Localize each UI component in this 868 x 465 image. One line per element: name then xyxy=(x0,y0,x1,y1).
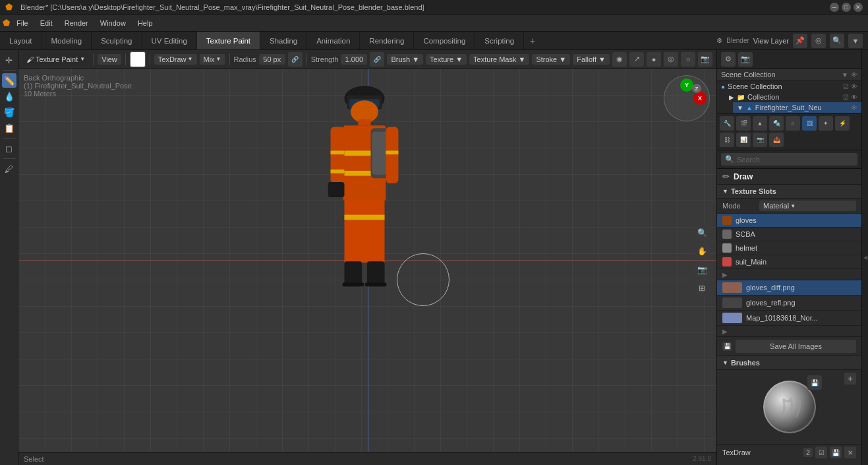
prop-scene-btn[interactable]: 🎬 xyxy=(736,116,751,131)
texture-slots-header[interactable]: ▼ Texture Slots xyxy=(717,185,861,199)
outliner-visibility-btn[interactable]: 👁 xyxy=(851,71,857,78)
prop-output-btn[interactable]: 📤 xyxy=(769,133,784,147)
prop-texture-btn[interactable]: 🖼 xyxy=(802,116,817,131)
radius-lock-icon[interactable]: 🔗 xyxy=(288,52,303,67)
image-slot-gloves-diff[interactable]: gloves_diff.png xyxy=(717,280,861,295)
properties-settings-btn[interactable]: ⚙ xyxy=(721,52,736,67)
texture-slot-gloves[interactable]: gloves xyxy=(717,214,861,228)
tab-texture-paint[interactable]: Texture Paint xyxy=(197,32,260,49)
tab-compositing[interactable]: Compositing xyxy=(414,32,475,49)
texture-slot-helmet[interactable]: helmet xyxy=(717,241,861,255)
mode-indicator[interactable]: 🖌 Texture Paint ▼ xyxy=(22,54,89,65)
minimize-button[interactable]: ─ xyxy=(830,3,839,12)
texture-slot-suit[interactable]: suit_Main xyxy=(717,255,861,269)
search-header-button[interactable]: 🔍 xyxy=(830,34,844,48)
strength-lock-icon[interactable]: 🔗 xyxy=(370,52,384,67)
draw-tool[interactable]: ✏️ xyxy=(2,73,16,88)
eyedropper-tool[interactable]: 💧 xyxy=(2,89,16,104)
brush-name-button[interactable]: TexDraw ▼ xyxy=(154,54,197,65)
prop-render-btn[interactable]: 📷 xyxy=(753,133,767,147)
overlay-button[interactable]: ◎ xyxy=(811,34,826,48)
brush-action-x[interactable]: ✕ xyxy=(844,447,856,458)
tab-uv-editing[interactable]: UV Editing xyxy=(142,32,197,49)
prop-physics-btn[interactable]: ⚡ xyxy=(835,116,850,131)
brush-action-shield[interactable]: ☑ xyxy=(815,447,827,458)
eraser-tool[interactable]: ◻ xyxy=(2,141,16,156)
gizmo-y-axis[interactable]: Y xyxy=(680,78,693,92)
pin-button[interactable]: 📌 xyxy=(793,34,807,48)
texture-mask-button[interactable]: Texture Mask ▼ xyxy=(469,54,529,65)
menu-file[interactable]: File xyxy=(11,18,34,28)
brush-save-icon[interactable]: 💾 xyxy=(807,375,822,390)
viewport-gizmo-button[interactable]: ↗ xyxy=(629,52,644,67)
tab-sculpting[interactable]: Sculpting xyxy=(92,32,142,49)
falloff-button[interactable]: Falloff ▼ xyxy=(573,54,610,65)
scene-col-eye[interactable]: 👁 xyxy=(851,83,857,90)
camera-view-button[interactable]: 📷 xyxy=(694,262,710,278)
viewport-shading-solid[interactable]: ● xyxy=(647,52,661,67)
outliner-filter-btn[interactable]: ▼ xyxy=(842,71,848,78)
color-swatch[interactable] xyxy=(130,51,146,67)
strength-field[interactable]: 1.000 xyxy=(341,54,367,65)
col-checkbox[interactable]: ☑ xyxy=(843,94,849,101)
fill-tool[interactable]: 🪣 xyxy=(2,105,16,119)
gizmo-z-axis[interactable]: Z xyxy=(692,84,701,93)
right-panel-toggle[interactable]: ◀ xyxy=(861,50,868,465)
texture-slots-expand[interactable]: ▶ xyxy=(717,269,861,280)
tab-shading[interactable]: Shading xyxy=(260,32,307,49)
annotate-tool[interactable]: 🖊 xyxy=(2,162,16,176)
texture-button[interactable]: Texture ▼ xyxy=(426,54,467,65)
tab-layout[interactable]: Layout xyxy=(0,32,42,49)
mode-dropdown[interactable]: Material ▼ xyxy=(759,201,856,211)
menu-render[interactable]: Render xyxy=(59,18,94,28)
menu-edit[interactable]: Edit xyxy=(35,18,58,28)
window-controls[interactable]: ─ □ ✕ xyxy=(830,3,863,12)
tab-modeling[interactable]: Modeling xyxy=(42,32,92,49)
filter-button[interactable]: ▼ xyxy=(848,34,863,48)
grid-view-button[interactable]: ⊞ xyxy=(694,280,710,296)
outliner-mesh-item[interactable]: ▼ ▲ Firefighter_Suit_Neu 👁 xyxy=(733,102,861,113)
menu-help[interactable]: Help xyxy=(132,18,158,28)
view-menu-button[interactable]: View xyxy=(98,54,121,65)
prop-data-btn[interactable]: 📊 xyxy=(736,133,751,147)
outliner-scene-collection[interactable]: ● Scene Collection ☑ 👁 xyxy=(717,81,861,92)
viewport-shading-mat[interactable]: ◎ xyxy=(664,52,678,67)
mesh-eye[interactable]: 👁 xyxy=(851,104,857,111)
prop-modifier-btn[interactable]: 🔩 xyxy=(769,116,784,131)
viewport-gizmo[interactable]: X Y Z xyxy=(664,75,710,121)
brushes-section-header[interactable]: ▼ Brushes xyxy=(717,356,861,370)
viewport-canvas[interactable]: Back Orthographic (1) Firefighter_Suit_N… xyxy=(18,69,716,452)
viewport-overlay-button[interactable]: ◉ xyxy=(612,52,627,67)
zoom-in-button[interactable]: 🔍 xyxy=(694,225,710,241)
image-slot-gloves-refl[interactable]: gloves_refl.png xyxy=(717,295,861,311)
texture-slot-scba[interactable]: SCBA xyxy=(717,228,861,241)
radius-field[interactable]: 50 px xyxy=(259,54,285,65)
stroke-button[interactable]: Stroke ▼ xyxy=(532,54,570,65)
brush-pin-button[interactable]: 💾 xyxy=(807,375,822,390)
brush-button[interactable]: Brush ▼ xyxy=(387,54,423,65)
image-slot-map-nor[interactable]: Map_10183618_Nor... xyxy=(717,311,861,326)
save-all-images-button[interactable]: Save All Images xyxy=(736,340,856,353)
move-view-button[interactable]: ✋ xyxy=(694,243,710,259)
menu-window[interactable]: Window xyxy=(95,18,131,28)
viewport-shading-render[interactable]: ○ xyxy=(681,52,695,67)
clone-tool[interactable]: 📋 xyxy=(2,121,16,135)
tab-add-button[interactable]: + xyxy=(524,32,541,49)
tab-rendering[interactable]: Rendering xyxy=(360,32,414,49)
prop-constraints-btn[interactable]: ⛓ xyxy=(720,133,734,147)
scene-col-checkbox[interactable]: ☑ xyxy=(843,83,849,90)
col-eye[interactable]: 👁 xyxy=(851,94,857,101)
prop-active-tool-btn[interactable]: 🔧 xyxy=(720,116,734,131)
render-engine-selector[interactable]: ⚙ xyxy=(716,37,722,44)
prop-object-btn[interactable]: ▲ xyxy=(753,116,767,131)
tab-animation[interactable]: Animation xyxy=(307,32,360,49)
prop-material-btn[interactable]: ○ xyxy=(786,116,800,131)
properties-camera-btn[interactable]: 📷 xyxy=(738,52,753,67)
brush-action-copy[interactable]: 💾 xyxy=(830,447,842,458)
tab-scripting[interactable]: Scripting xyxy=(475,32,524,49)
cursor-tool[interactable]: ✛ xyxy=(2,53,16,67)
viewport-camera-button[interactable]: 📷 xyxy=(698,52,712,67)
scene-selector[interactable]: View Layer xyxy=(753,37,789,45)
close-button[interactable]: ✕ xyxy=(854,3,863,12)
gizmo-x-axis[interactable]: X xyxy=(693,92,707,105)
